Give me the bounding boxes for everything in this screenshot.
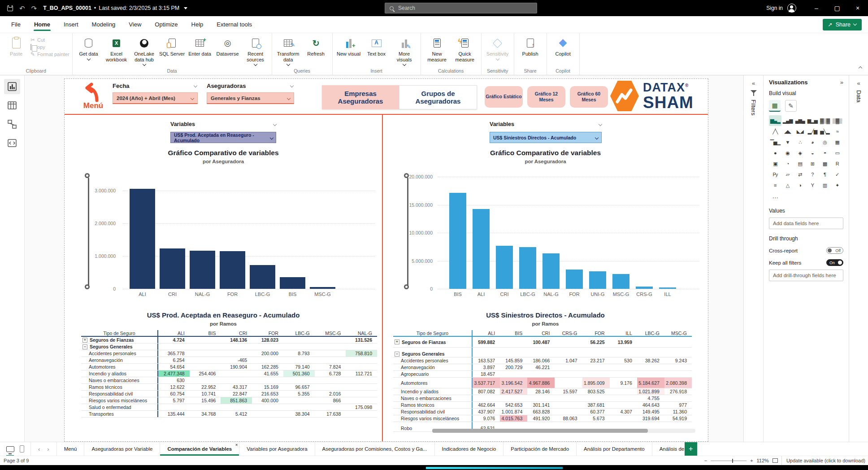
- previous-page-icon[interactable]: ‹: [37, 446, 41, 453]
- visual-type-icon[interactable]: ▥: [819, 180, 831, 191]
- visual-type-icon[interactable]: ╱╲: [769, 126, 781, 137]
- visual-type-icon[interactable]: ≡: [769, 180, 781, 191]
- bar-CRI[interactable]: [496, 246, 513, 289]
- visual-type-icon[interactable]: ✦: [831, 180, 843, 191]
- ribbon-button-new-measure[interactable]: New measure: [424, 35, 451, 62]
- ribbon-button-get-data[interactable]: Get data: [75, 35, 102, 60]
- grafico-60-meses-button[interactable]: Gráfico 60 Meses: [570, 86, 608, 108]
- report-view-icon[interactable]: [4, 79, 20, 94]
- bar-FOR[interactable]: [220, 251, 245, 289]
- visual-type-icon[interactable]: Py: [769, 169, 781, 180]
- bar-MSC-G[interactable]: [612, 274, 629, 289]
- menu-tab-insert[interactable]: Insert: [57, 16, 85, 33]
- new-page-button[interactable]: +: [685, 442, 697, 456]
- zoom-in-icon[interactable]: +: [750, 458, 753, 463]
- visual-type-icon[interactable]: ▅╲▂: [819, 126, 831, 137]
- visual-type-icon[interactable]: ◓: [819, 148, 831, 158]
- fit-to-page-icon[interactable]: [773, 458, 778, 463]
- visual-type-icon[interactable]: ?: [806, 169, 819, 180]
- visual-type-icon[interactable]: ▓▒▓: [819, 115, 831, 126]
- visual-type-icon[interactable]: ▒▓▒: [831, 115, 843, 126]
- filters-pane-label[interactable]: Filters: [750, 100, 757, 115]
- page-tab-1[interactable]: Menú: [57, 442, 85, 456]
- ribbon-button-publish[interactable]: ↑Publish: [517, 35, 544, 57]
- visual-type-icon[interactable]: ▆▂▅: [806, 115, 819, 126]
- bar-CRI[interactable]: [160, 248, 185, 289]
- scrollbar-thumb[interactable]: [432, 429, 648, 433]
- visual-type-icon[interactable]: ⇄: [794, 169, 806, 180]
- page-tab-2[interactable]: Aseguradoras por Variable: [84, 442, 160, 456]
- grafico-12-meses-button[interactable]: Gráfico 12 Meses: [527, 86, 565, 108]
- data-pane-label[interactable]: Data: [855, 90, 862, 102]
- ribbon-button-excel-workbook[interactable]: XExcel workbook: [103, 35, 130, 62]
- sign-in-link[interactable]: Sign in: [766, 5, 783, 11]
- bar-BIS[interactable]: [280, 277, 305, 289]
- ribbon-button-more-visuals[interactable]: ✎More visuals: [391, 35, 418, 65]
- expand-icon[interactable]: +: [82, 338, 87, 343]
- bar-ALI[interactable]: [473, 209, 490, 289]
- cross-report-toggle[interactable]: Off: [826, 247, 843, 254]
- bar-LBC-G[interactable]: [250, 265, 275, 289]
- save-icon[interactable]: [7, 5, 13, 11]
- bar-BIS[interactable]: [449, 193, 466, 289]
- empresas-aseguradoras-button[interactable]: Empresas Aseguradoras: [322, 85, 399, 109]
- undo-icon[interactable]: ↶: [19, 5, 25, 12]
- menu-tab-optimize[interactable]: Optimize: [148, 16, 184, 33]
- expand-data-icon[interactable]: «: [849, 80, 868, 87]
- visual-type-icon[interactable]: Y: [806, 180, 819, 191]
- bar-CRS-G[interactable]: [636, 287, 653, 289]
- build-visual-tab[interactable]: ▦: [769, 100, 781, 112]
- expand-filters-icon[interactable]: «: [744, 80, 763, 87]
- grupos-aseguradoras-button[interactable]: Grupos de Aseguradoras: [399, 85, 477, 109]
- title-caret-icon[interactable]: [184, 7, 187, 9]
- ribbon-button-dataverse[interactable]: ◎Dataverse: [214, 35, 241, 57]
- desktop-layout-icon[interactable]: [6, 446, 14, 452]
- bar-NAL-G[interactable]: [542, 253, 560, 289]
- account-avatar[interactable]: [787, 4, 796, 13]
- collapse-icon[interactable]: −: [395, 352, 399, 357]
- variables-dropdown[interactable]: US$ Prod. Aceptada en Reaseguro - Acumul…: [170, 132, 276, 143]
- visual-type-icon[interactable]: ◑: [794, 180, 806, 191]
- ribbon-button-enter-data[interactable]: +Enter data: [187, 35, 213, 57]
- menu-tab-home[interactable]: Home: [27, 16, 57, 33]
- menu-tab-file[interactable]: File: [4, 16, 27, 33]
- fecha-dropdown[interactable]: 2024 (Año) + Abril (Mes): [113, 92, 198, 104]
- aseguradoras-dropdown[interactable]: Generales y Fianzas: [207, 92, 294, 104]
- visual-type-icon[interactable]: △: [781, 180, 794, 191]
- page-tab-3[interactable]: Comparación de Variables×: [160, 442, 239, 456]
- ribbon-button-refresh[interactable]: ↻Refresh: [303, 35, 330, 57]
- mobile-layout-icon[interactable]: [20, 445, 24, 453]
- visual-type-icon[interactable]: ▂╱▆: [806, 126, 819, 137]
- horizontal-scrollbar[interactable]: [432, 429, 695, 433]
- visual-type-icon[interactable]: ◎: [819, 137, 831, 148]
- ribbon-button-sql-server[interactable]: SQL Server: [159, 35, 186, 57]
- visual-type-icon[interactable]: ≈: [831, 126, 843, 137]
- menu-tab-external-tools[interactable]: External tools: [210, 16, 259, 33]
- visual-type-icon[interactable]: ⊞: [806, 158, 819, 169]
- menu-tab-help[interactable]: Help: [185, 16, 210, 33]
- visual-type-icon[interactable]: ▄▆▄: [794, 115, 806, 126]
- chevron-down-icon[interactable]: [194, 83, 197, 87]
- ribbon-button-recent-sources[interactable]: Recent sources: [242, 35, 269, 65]
- chevron-down-icon[interactable]: [599, 122, 602, 126]
- visual-type-icon[interactable]: ▣: [769, 158, 781, 169]
- search-box[interactable]: [385, 3, 537, 13]
- page-tab-4[interactable]: Variables por Aseguradora: [239, 442, 315, 456]
- report-page-canvas[interactable]: Menú Fecha 2024 (Año) + Abril (Mes) Aseg…: [64, 78, 708, 442]
- close-button[interactable]: ×: [847, 0, 868, 16]
- page-tab-6[interactable]: Indicadores de Negocio: [435, 442, 504, 456]
- menu-button-label[interactable]: Menú: [75, 101, 111, 110]
- visual-type-icon[interactable]: ▦: [831, 137, 843, 148]
- zoom-slider[interactable]: [711, 461, 746, 461]
- bar-FOR[interactable]: [566, 270, 583, 289]
- page-tab-8[interactable]: Análisis por Departamento: [577, 442, 652, 456]
- slider-handle-top[interactable]: [85, 173, 90, 178]
- dax-query-view-icon[interactable]: [4, 135, 20, 151]
- visual-type-icon[interactable]: ¶: [819, 169, 831, 180]
- add-drill-through-fields-box[interactable]: Add drill-through fields here: [769, 270, 843, 281]
- visual-type-icon[interactable]: ◒: [806, 148, 819, 158]
- visual-type-icon[interactable]: ▆▄▂: [769, 115, 781, 126]
- collapse-ribbon-icon[interactable]: [859, 63, 862, 71]
- visual-type-icon[interactable]: ▂▄▆: [781, 115, 794, 126]
- close-page-icon[interactable]: ×: [235, 443, 238, 447]
